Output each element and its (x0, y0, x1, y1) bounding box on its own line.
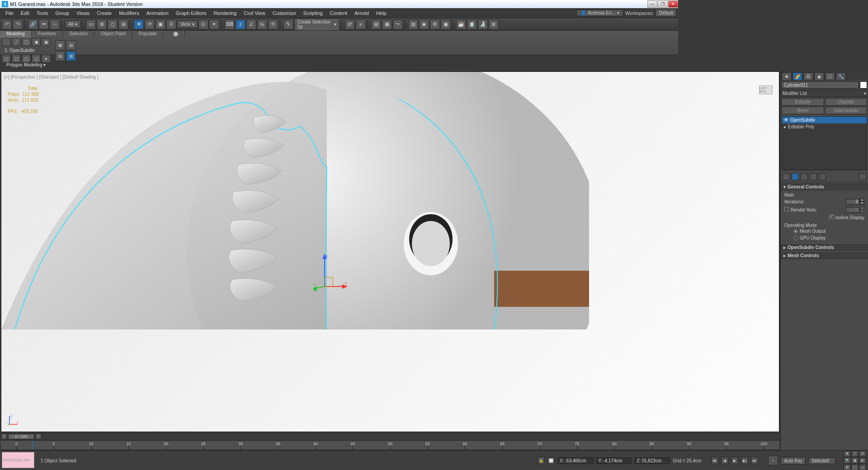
select-move-button[interactable]: ✥ (134, 19, 144, 29)
subobj-level-label[interactable]: 1: OpenSubdiv (2, 47, 51, 54)
svg-rect-14 (325, 277, 333, 287)
polygon-modeling-label[interactable]: Polygon Modeling ▾ (6, 62, 46, 67)
user-icon: 👤 (580, 10, 586, 15)
select-place-button[interactable]: ⚲ (166, 19, 176, 29)
render-activeshade-button[interactable]: 🍶 (478, 19, 488, 29)
menu-content[interactable]: Content (326, 9, 351, 17)
ribbon-edit-button[interactable]: ▤ (55, 51, 65, 61)
menu-animation[interactable]: Animation (143, 9, 172, 17)
angle-snap-button[interactable]: ∠ (246, 19, 256, 29)
select-object-button[interactable]: ▭ (86, 19, 96, 29)
select-by-name-button[interactable]: ≣ (97, 19, 107, 29)
viewport[interactable]: [+] [Perspective ] [Standard ] [Default … (1, 71, 678, 367)
app-icon: 3 (2, 1, 8, 7)
svg-rect-1 (494, 271, 589, 307)
ribbon-tab-modeling[interactable]: Modeling (0, 31, 32, 38)
window-title: M1 Garand.max - Autodesk 3ds Max 2018 - … (10, 1, 143, 7)
svg-text:x: x (345, 281, 347, 285)
ribbon-tool-1[interactable]: ▢ (2, 55, 11, 63)
select-scale-button[interactable]: ▣ (156, 19, 165, 29)
percent-snap-button[interactable]: % (257, 19, 267, 29)
ribbon-body: · ╱ ◯ ◼ ▣ 1: OpenSubdiv ▢ ▢ ▢ ▢ ● ▦ ▥ ▤ … (2, 38, 76, 63)
menu-scripting[interactable]: Scripting (300, 9, 326, 17)
svg-text:z: z (326, 254, 328, 258)
layer-explorer-button[interactable]: ▤ (371, 19, 381, 29)
redo-button[interactable]: ↷ (13, 19, 23, 29)
svg-marker-12 (313, 286, 317, 291)
menu-grapheditors[interactable]: Graph Editors (172, 9, 210, 17)
render-setup-button[interactable]: ⚙ (430, 19, 440, 29)
main-toolbar: ↶ ↷ 🔗 ⚮ 〰 All ▾ ▭ ≣ ◻ ⊞ ✥ ⟳ ▣ ⚲ View ▾ ⊙… (0, 18, 678, 31)
window-titlebar: 3 M1 Garand.max - Autodesk 3ds Max 2018 … (0, 0, 678, 8)
minimize-button[interactable]: — (647, 0, 657, 8)
select-rotate-button[interactable]: ⟳ (145, 19, 155, 29)
mirror-button[interactable]: ⇄ (345, 19, 355, 29)
subobj-edge-button[interactable]: ╱ (12, 38, 21, 46)
svg-text:y: y (313, 282, 315, 286)
subobj-poly-button[interactable]: ◼ (32, 38, 41, 46)
ribbon-tab-populate[interactable]: Populate (132, 31, 163, 38)
ribbon-soft-button[interactable]: ▧ (66, 51, 76, 61)
menu-views[interactable]: Views (73, 9, 93, 17)
ribbon-tab-freeform[interactable]: Freeform (32, 31, 63, 38)
close-button[interactable]: ✕ (668, 0, 678, 8)
signed-in-user[interactable]: 👤Andreas En... ▾ (576, 9, 623, 16)
ribbon: Modeling Freeform Selection Object Paint… (0, 31, 678, 55)
ribbon-tool-2[interactable]: ▢ (12, 55, 21, 63)
menu-civilview[interactable]: Civil View (240, 9, 269, 17)
curve-editor-button[interactable]: 〜 (393, 19, 403, 29)
menu-file[interactable]: File (2, 9, 17, 17)
menu-group[interactable]: Group (52, 9, 73, 17)
menu-create[interactable]: Create (93, 9, 115, 17)
workspace-label: Workspaces: (625, 10, 654, 16)
use-pivot-button[interactable]: ⊙ (198, 19, 208, 29)
ribbon-tool-4[interactable]: ▢ (32, 55, 41, 63)
unlink-button[interactable]: ⚮ (39, 19, 49, 29)
menu-arnold[interactable]: Arnold (351, 9, 373, 17)
render-production-button[interactable]: ☕ (456, 19, 466, 29)
workspace-dropdown[interactable]: Default (656, 9, 676, 17)
bind-spacewarp-button[interactable]: 〰 (50, 19, 60, 29)
schematic-view-button[interactable]: ▥ (408, 19, 418, 29)
restore-button[interactable]: ❐ (658, 0, 668, 8)
ribbon-tab-toggle[interactable]: ⬤ (167, 31, 185, 38)
named-selection-dropdown[interactable]: Create Selection Se ▾ (294, 18, 340, 31)
ribbon-tool-3[interactable]: ▢ (22, 55, 31, 63)
window-crossing-button[interactable]: ⊞ (118, 19, 128, 29)
menu-rendering[interactable]: Rendering (210, 9, 241, 17)
snaps-toggle-button[interactable]: 3 (236, 19, 245, 29)
keyboard-shortcut-button[interactable]: ⌨ (225, 19, 235, 29)
menu-modifiers[interactable]: Modifiers (115, 9, 143, 17)
menu-help[interactable]: Help (373, 9, 390, 17)
menu-bar: File Edit Tools Group Views Create Modif… (0, 8, 678, 18)
reference-coord-dropdown[interactable]: View ▾ (177, 20, 198, 28)
render-online-button[interactable]: ⊞ (489, 19, 499, 29)
spinner-snap-button[interactable]: ⟲ (268, 19, 278, 29)
svg-point-4 (412, 221, 450, 266)
subobj-border-button[interactable]: ◯ (22, 38, 31, 46)
undo-button[interactable]: ↶ (2, 19, 12, 29)
subobj-element-button[interactable]: ▣ (42, 38, 51, 46)
selection-filter-dropdown[interactable]: All ▾ (65, 20, 80, 28)
menu-edit[interactable]: Edit (17, 9, 33, 17)
ribbon-preview-button[interactable]: ▦ (55, 40, 65, 50)
align-button[interactable]: ≡ (356, 19, 366, 29)
ribbon-tool-5[interactable]: ● (42, 55, 51, 63)
material-editor-button[interactable]: ◉ (419, 19, 429, 29)
toggle-ribbon-button[interactable]: ▦ (382, 19, 392, 29)
subobj-vertex-button[interactable]: · (2, 38, 11, 46)
edit-named-sel-button[interactable]: ✎ (283, 19, 293, 29)
ribbon-tab-selection[interactable]: Selection (63, 31, 94, 38)
transform-gizmo[interactable]: z x y (313, 253, 349, 294)
rectangular-select-button[interactable]: ◻ (108, 19, 118, 29)
manipulate-button[interactable]: ✦ (209, 19, 219, 29)
link-button[interactable]: 🔗 (28, 19, 38, 29)
menu-customize[interactable]: Customize (269, 9, 300, 17)
ribbon-constraints-button[interactable]: ▥ (66, 40, 76, 50)
rendered-frame-button[interactable]: ▣ (441, 19, 451, 29)
menu-tools[interactable]: Tools (33, 9, 52, 17)
render-iterative-button[interactable]: 🍵 (467, 19, 477, 29)
ribbon-tab-objectpaint[interactable]: Object Paint (94, 31, 132, 38)
